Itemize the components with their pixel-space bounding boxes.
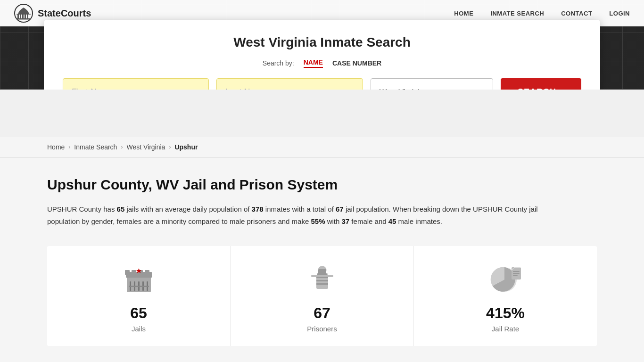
svg-rect-27 xyxy=(316,283,328,285)
breadcrumb-sep-2: › xyxy=(121,144,123,150)
svg-rect-26 xyxy=(316,280,328,281)
stats-grid: 65 Jails xyxy=(47,246,597,346)
nav-link-login[interactable]: LOGIN xyxy=(609,10,630,17)
svg-rect-25 xyxy=(316,277,328,278)
stat-card-prisoners: 67 Prisoners xyxy=(231,246,414,346)
nav-links: HOME INMATE SEARCH CONTACT LOGIN xyxy=(454,9,630,17)
svg-rect-5 xyxy=(27,14,28,19)
breadcrumb-current: Upshur xyxy=(174,143,198,151)
logo-text: StateCourts xyxy=(38,8,91,19)
svg-rect-11 xyxy=(132,270,136,275)
breadcrumb-sep-3: › xyxy=(169,144,171,150)
nav-link-inmate-search[interactable]: INMATE SEARCH xyxy=(490,10,544,17)
tab-casenumber[interactable]: CASE NUMBER xyxy=(332,59,381,67)
svg-rect-20 xyxy=(129,286,149,287)
breadcrumb-west-virginia[interactable]: West Virginia xyxy=(126,143,165,151)
svg-rect-6 xyxy=(17,18,31,20)
svg-rect-35 xyxy=(513,271,520,272)
svg-rect-13 xyxy=(145,270,149,275)
nav-item-inmate-search[interactable]: INMATE SEARCH xyxy=(490,9,544,17)
svg-rect-1 xyxy=(17,14,19,19)
search-by-row: Search by: NAME CASE NUMBER xyxy=(63,58,581,68)
svg-rect-37 xyxy=(513,275,518,276)
jail-rate-number: 415% xyxy=(486,304,525,322)
breadcrumb-home[interactable]: Home xyxy=(47,143,65,151)
prisoners-number: 67 xyxy=(314,304,330,322)
header: COURTHOUSE StateCourts HOME xyxy=(0,0,644,90)
search-card-title: West Virginia Inmate Search xyxy=(63,35,581,50)
nav-item-contact[interactable]: CONTACT xyxy=(561,9,592,17)
nav-link-contact[interactable]: CONTACT xyxy=(561,10,592,17)
svg-rect-36 xyxy=(513,273,520,274)
content-area: Home › Inmate Search › West Virginia › U… xyxy=(0,137,644,362)
chart-icon xyxy=(487,260,524,298)
search-card: West Virginia Inmate Search Search by: N… xyxy=(44,20,600,90)
svg-rect-28 xyxy=(311,275,317,277)
breadcrumb-sep-1: › xyxy=(68,144,70,150)
last-name-input[interactable] xyxy=(216,78,363,90)
stat-card-jail-rate: 415% Jail Rate xyxy=(414,246,597,346)
search-button[interactable]: SEARCH » xyxy=(501,78,581,90)
nav-link-home[interactable]: HOME xyxy=(454,10,473,17)
svg-rect-10 xyxy=(125,270,130,275)
svg-rect-4 xyxy=(25,14,26,19)
logo-icon xyxy=(14,4,33,23)
search-by-label: Search by: xyxy=(263,59,294,67)
svg-rect-3 xyxy=(22,14,24,19)
breadcrumb-inmate-search[interactable]: Inmate Search xyxy=(74,143,117,151)
jail-icon xyxy=(120,260,157,298)
nav-item-home[interactable]: HOME xyxy=(454,9,473,17)
prisoners-label: Prisoners xyxy=(307,325,337,333)
svg-rect-29 xyxy=(328,275,333,277)
nav-item-login[interactable]: LOGIN xyxy=(609,9,630,17)
state-select[interactable]: West VirginiaAlabamaAlaskaArizonaArkansa… xyxy=(371,78,493,90)
section-title: Upshur County, WV Jail and Prison System xyxy=(47,177,597,193)
prisoner-icon xyxy=(303,260,341,298)
jail-rate-label: Jail Rate xyxy=(492,325,519,333)
breadcrumb: Home › Inmate Search › West Virginia › U… xyxy=(0,137,644,158)
svg-rect-2 xyxy=(20,14,21,19)
section-description: UPSHUR County has 65 jails with an avera… xyxy=(47,203,566,227)
jails-number: 65 xyxy=(130,304,147,322)
tab-name[interactable]: NAME xyxy=(304,58,323,68)
first-name-input[interactable] xyxy=(63,78,209,90)
stat-card-jails: 65 Jails xyxy=(47,246,231,346)
search-inputs-row: West VirginiaAlabamaAlaskaArizonaArkansa… xyxy=(63,78,581,90)
main-section: Upshur County, WV Jail and Prison System… xyxy=(0,158,644,362)
jails-label: Jails xyxy=(132,325,146,333)
